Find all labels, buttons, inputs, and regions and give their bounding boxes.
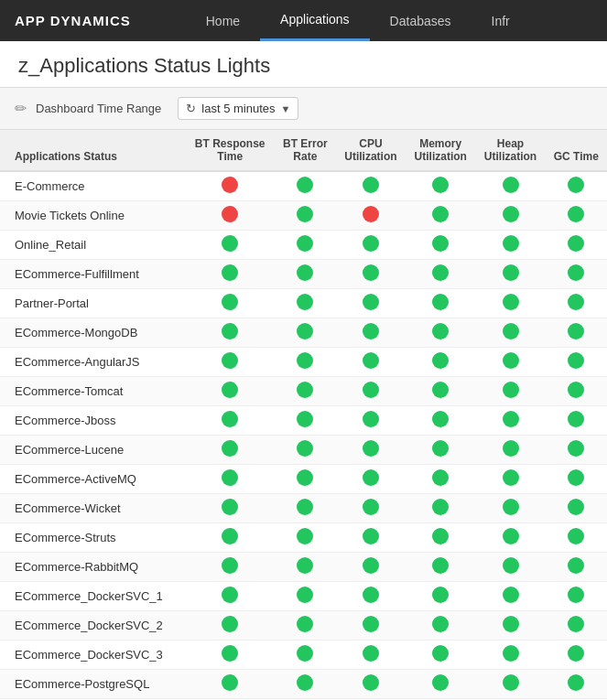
app-name-cell: ECommerce-Struts — [0, 523, 185, 553]
gc-status-dot — [568, 206, 584, 222]
table-row[interactable]: ECommerce-RabbitMQ — [0, 553, 607, 582]
status-bt_response-cell — [185, 465, 275, 494]
bt_response-status-dot — [222, 674, 238, 691]
table-row[interactable]: ECommerce_DockerSVC_3 — [0, 641, 607, 670]
bt_error-status-dot — [297, 469, 313, 486]
status-memory-cell — [406, 670, 475, 699]
app-name-cell: ECommerce_DockerSVC_2 — [0, 611, 185, 641]
edit-icon[interactable]: ✏ — [15, 100, 27, 117]
table-row[interactable]: Movie Tickets Online — [0, 201, 607, 231]
table-row[interactable]: E-Commerce — [0, 171, 607, 201]
nav-infr[interactable]: Infr — [472, 0, 530, 41]
table-row[interactable]: ECommerce-Struts — [0, 523, 607, 553]
status-bt_error-cell — [275, 377, 336, 406]
cpu-status-dot — [363, 235, 379, 252]
status-cpu-cell — [336, 523, 406, 553]
time-range-selector[interactable]: ↻ last 5 minutes ▼ — [178, 97, 298, 120]
gc-status-dot — [568, 674, 584, 691]
status-cpu-cell — [336, 670, 406, 699]
app-name-cell: ECommerce-Jboss — [0, 406, 185, 436]
status-bt_error-cell — [275, 318, 336, 348]
bt_response-status-dot — [222, 469, 238, 486]
table-row[interactable]: ECommerce-Lucene — [0, 436, 607, 465]
app-name-cell: ECommerce_DockerSVC_3 — [0, 641, 185, 670]
status-memory-cell — [406, 377, 475, 406]
nav-applications[interactable]: Applications — [260, 0, 370, 41]
bt_error-status-dot — [297, 382, 313, 398]
status-cpu-cell — [336, 171, 406, 201]
cpu-status-dot — [363, 674, 379, 691]
memory-status-dot — [432, 235, 449, 252]
toolbar: ✏ Dashboard Time Range ↻ last 5 minutes … — [0, 88, 607, 130]
nav-databases[interactable]: Databases — [370, 0, 472, 41]
table-row[interactable]: ECommerce_DockerSVC_2 — [0, 611, 607, 641]
status-memory-cell — [406, 231, 475, 260]
status-gc-cell — [546, 523, 607, 553]
top-navigation: APP DYNAMICS Home Applications Databases… — [0, 0, 607, 41]
app-name-cell: ECommerce-PostgreSQL — [0, 670, 185, 699]
bt_error-status-dot — [297, 528, 313, 544]
memory-status-dot — [432, 177, 449, 193]
nav-home[interactable]: Home — [186, 0, 260, 41]
memory-status-dot — [432, 499, 449, 515]
memory-status-dot — [432, 294, 449, 310]
status-gc-cell — [546, 611, 607, 641]
status-cpu-cell — [336, 348, 406, 377]
memory-status-dot — [432, 587, 449, 603]
page-header: z_Applications Status Lights — [0, 41, 607, 88]
status-cpu-cell — [336, 582, 406, 611]
gc-status-dot — [568, 557, 584, 574]
status-memory-cell — [406, 582, 475, 611]
nav-menu: Home Applications Databases Infr — [186, 0, 530, 41]
heap-status-dot — [503, 528, 519, 544]
status-cpu-cell — [336, 465, 406, 494]
app-name-cell: ECommerce-MongoDB — [0, 318, 185, 348]
status-heap-cell — [475, 171, 545, 201]
bt_error-status-dot — [297, 674, 313, 691]
heap-status-dot — [503, 440, 519, 457]
status-bt_error-cell — [275, 231, 336, 260]
bt_error-status-dot — [297, 499, 313, 515]
status-memory-cell — [406, 553, 475, 582]
heap-status-dot — [503, 616, 519, 632]
memory-status-dot — [432, 528, 449, 544]
cpu-status-dot — [363, 528, 379, 544]
heap-status-dot — [503, 264, 519, 281]
status-cpu-cell — [336, 494, 406, 523]
table-row[interactable]: ECommerce-ActiveMQ — [0, 465, 607, 494]
bt_response-status-dot — [222, 235, 238, 252]
table-row[interactable]: Online_Retail — [0, 231, 607, 260]
bt_response-status-dot — [222, 177, 238, 193]
memory-status-dot — [432, 645, 449, 662]
status-gc-cell — [546, 553, 607, 582]
table-row[interactable]: ECommerce-Fulfillment — [0, 260, 607, 289]
bt_response-status-dot — [222, 499, 238, 515]
status-bt_response-cell — [185, 523, 275, 553]
table-row[interactable]: ECommerce-Tomcat — [0, 377, 607, 406]
status-heap-cell — [475, 465, 545, 494]
bt_error-status-dot — [297, 411, 313, 427]
status-bt_response-cell — [185, 289, 275, 318]
table-row[interactable]: ECommerce-MongoDB — [0, 318, 607, 348]
status-gc-cell — [546, 201, 607, 231]
table-row[interactable]: ECommerce-Wicket — [0, 494, 607, 523]
heap-status-dot — [503, 557, 519, 574]
status-gc-cell — [546, 318, 607, 348]
table-row[interactable]: ECommerce-PostgreSQL — [0, 670, 607, 699]
cpu-status-dot — [363, 645, 379, 662]
status-memory-cell — [406, 494, 475, 523]
bt_response-status-dot — [222, 440, 238, 457]
memory-status-dot — [432, 206, 449, 222]
table-row[interactable]: Partner-Portal — [0, 289, 607, 318]
table-row[interactable]: ECommerce-Jboss — [0, 406, 607, 436]
status-bt_error-cell — [275, 465, 336, 494]
bt_error-status-dot — [297, 323, 313, 339]
memory-status-dot — [432, 557, 449, 574]
table-row[interactable]: ECommerce_DockerSVC_1 — [0, 582, 607, 611]
status-heap-cell — [475, 289, 545, 318]
bt_response-status-dot — [222, 616, 238, 632]
table-row[interactable]: ECommerce-AngularJS — [0, 348, 607, 377]
page-title: z_Applications Status Lights — [18, 54, 589, 78]
cpu-status-dot — [363, 587, 379, 603]
cpu-status-dot — [363, 499, 379, 515]
